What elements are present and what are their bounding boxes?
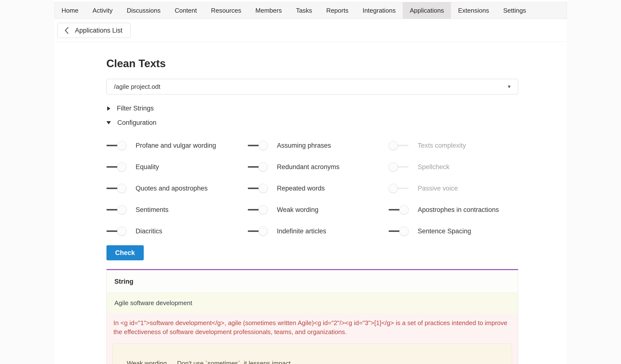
main-content: Clean Texts /agile project.odt ▾ Filter … — [106, 57, 518, 364]
file-select-value: /agile project.odt — [114, 83, 161, 91]
toggle-switch[interactable] — [248, 183, 268, 193]
toggle-label: Texts complexity — [418, 142, 466, 149]
toggle-switch[interactable] — [389, 183, 409, 193]
string-row: Agile software development — [107, 293, 518, 313]
toggle-item-spellcheck: Spellcheck — [389, 162, 518, 172]
back-to-applications-list-button[interactable]: Applications List — [57, 23, 131, 38]
toggle-item-indefinite-articles: Indefinite articles — [248, 226, 389, 236]
configuration-toggle[interactable]: Configuration — [106, 116, 518, 130]
toggle-switch[interactable] — [248, 141, 268, 150]
toggle-item-texts-complexity: Texts complexity — [389, 141, 518, 150]
toggle-item-weak-wording: Weak wording — [248, 205, 389, 215]
toggle-knob — [117, 162, 126, 172]
toggle-switch[interactable] — [389, 162, 409, 172]
top-navbar: Home Activity Discussions Content Resour… — [54, 2, 567, 19]
toggle-item-assuming-phrases: Assuming phrases — [248, 141, 389, 150]
toggle-label: Indefinite articles — [277, 227, 327, 235]
toggle-label: Sentiments — [136, 206, 169, 214]
toggle-knob — [399, 226, 409, 236]
collapsible-sections: Filter Strings Configuration — [106, 101, 518, 130]
toggle-switch[interactable] — [106, 141, 126, 150]
toggle-label: Assuming phrases — [277, 142, 331, 149]
nav-item-extensions[interactable]: Extensions — [451, 2, 496, 19]
toggle-item-sentiments: Sentiments — [106, 205, 248, 215]
toggle-switch[interactable] — [248, 162, 268, 172]
toggle-knob — [117, 205, 126, 214]
file-select-dropdown[interactable]: /agile project.odt ▾ — [106, 79, 518, 95]
expanded-arrow-icon — [106, 121, 111, 124]
toggle-knob — [259, 226, 268, 236]
toggle-item-repeated-words: Repeated words — [248, 183, 389, 193]
toggle-label: Apostrophes in contractions — [418, 206, 499, 214]
toggle-item-diacritics: Diacritics — [106, 226, 248, 236]
toggle-label: Repeated words — [277, 185, 325, 192]
toggle-knob — [259, 184, 268, 193]
configuration-label: Configuration — [118, 119, 157, 127]
toggle-item-redundant-acronyms: Redundant acronyms — [248, 162, 389, 172]
issue-type: Weak wording — [127, 360, 167, 364]
filter-strings-toggle[interactable]: Filter Strings — [106, 101, 518, 116]
toggle-knob — [117, 226, 126, 236]
toggle-label: Diacritics — [136, 227, 162, 235]
error-text: In <g id="1">software development</g>, a… — [113, 318, 512, 336]
check-button[interactable]: Check — [106, 245, 144, 260]
nav-item-discussions[interactable]: Discussions — [120, 2, 168, 19]
collapsed-arrow-icon — [107, 106, 110, 111]
results-panel: String Agile software development In <g … — [106, 269, 518, 364]
page-container: Home Activity Discussions Content Resour… — [54, 0, 567, 364]
dropdown-caret-icon: ▾ — [508, 84, 510, 89]
nav-item-applications[interactable]: Applications — [403, 2, 451, 19]
toggle-label: Sentence Spacing — [418, 227, 471, 235]
toggle-switch[interactable] — [106, 205, 126, 215]
issue-box: Weak wording Don't use `sometimes`, it l… — [113, 343, 512, 364]
toggle-switch[interactable] — [248, 205, 268, 215]
nav-item-settings[interactable]: Settings — [496, 2, 533, 19]
results-header: String — [107, 270, 518, 293]
toggle-item-equality: Equality — [106, 162, 248, 172]
nav-item-resources[interactable]: Resources — [204, 2, 248, 19]
nav-item-members[interactable]: Members — [248, 2, 289, 19]
toggle-knob — [389, 184, 398, 193]
nav-item-integrations[interactable]: Integrations — [355, 2, 403, 19]
toggle-knob — [389, 162, 398, 172]
toggle-switch[interactable] — [248, 226, 268, 236]
toggle-label: Spellcheck — [418, 163, 450, 171]
toggle-switch[interactable] — [389, 205, 409, 215]
nav-item-content[interactable]: Content — [168, 2, 204, 19]
toggle-label: Weak wording — [277, 206, 319, 214]
filter-strings-label: Filter Strings — [117, 105, 154, 112]
toggle-switch[interactable] — [106, 162, 126, 172]
toggle-label: Quotes and apostrophes — [136, 185, 208, 192]
toggle-label: Passive voice — [418, 185, 458, 192]
viewport: Home Activity Discussions Content Resour… — [0, 0, 621, 364]
nav-item-activity[interactable]: Activity — [86, 2, 120, 19]
back-button-label: Applications List — [75, 27, 122, 34]
toggle-knob — [117, 141, 126, 150]
toggle-label: Equality — [136, 163, 159, 171]
toggle-label: Profane and vulgar wording — [136, 142, 216, 149]
toggle-switch[interactable] — [389, 226, 409, 236]
nav-item-tasks[interactable]: Tasks — [289, 2, 319, 19]
toggle-switch[interactable] — [389, 141, 409, 150]
toggle-knob — [259, 205, 268, 214]
toggle-knob — [389, 141, 398, 150]
toggle-knob — [259, 141, 268, 150]
nav-item-home[interactable]: Home — [54, 2, 86, 19]
toggle-label: Redundant acronyms — [277, 163, 340, 171]
configuration-toggle-grid: Profane and vulgar wording Equality Quot… — [106, 135, 518, 242]
chevron-left-icon — [64, 27, 69, 34]
error-section: In <g id="1">software development</g>, a… — [107, 313, 518, 364]
toggle-knob — [399, 205, 409, 214]
toggle-knob — [117, 184, 126, 193]
toggle-item-apostrophes-in-contractions: Apostrophes in contractions — [389, 205, 518, 215]
toggle-switch[interactable] — [106, 226, 126, 236]
header-divider — [54, 42, 567, 42]
toggle-item-sentence-spacing: Sentence Spacing — [389, 226, 518, 236]
nav-item-reports[interactable]: Reports — [319, 2, 355, 19]
toggle-item-profane-and-vulgar-wording: Profane and vulgar wording — [106, 141, 248, 150]
toggle-item-quotes-and-apostrophes: Quotes and apostrophes — [106, 183, 248, 193]
page-title: Clean Texts — [106, 57, 518, 70]
toggle-knob — [259, 162, 268, 172]
toggle-switch[interactable] — [106, 183, 126, 193]
issue-message: Don't use `sometimes`, it lessens impact — [177, 360, 291, 364]
